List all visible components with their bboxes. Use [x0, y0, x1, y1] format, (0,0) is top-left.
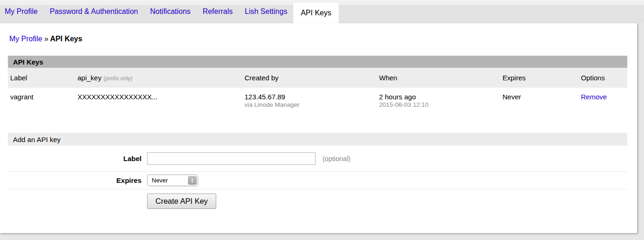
tab-api-keys[interactable]: API Keys — [293, 3, 339, 23]
tab-password-authentication[interactable]: Password & Authentication — [44, 0, 144, 23]
created-by-cell: 123.45.67.89 via Linode Manager — [242, 93, 377, 108]
column-header-when: When — [377, 74, 500, 82]
tab-notifications[interactable]: Notifications — [144, 0, 196, 23]
select-stepper-icon: ▲▼ — [188, 176, 197, 185]
add-api-key-form: Add an API key Label (optional) Expires … — [8, 133, 627, 213]
label-field-label: Label — [8, 155, 147, 162]
label-field-row: Label (optional) — [8, 146, 627, 172]
api-keys-table-header: Label api_key (prefix only) Created by W… — [8, 68, 627, 88]
content-panel: My Profile»API Keys API Keys Label api_k… — [0, 23, 637, 233]
key-prefix-cell: XXXXXXXXXXXXXXXX... — [75, 93, 242, 108]
created-via: via Linode Manager — [245, 101, 377, 108]
submit-row: Create API Key — [8, 189, 627, 213]
breadcrumb-separator: » — [42, 35, 50, 43]
breadcrumb-current: API Keys — [50, 35, 82, 43]
when-relative: 2 hours ago — [379, 93, 500, 101]
when-cell: 2 hours ago 2015-06-03 12:10 — [377, 93, 500, 108]
expires-field-label: Expires — [8, 176, 147, 184]
column-header-api-key-note: (prefix only) — [103, 75, 133, 82]
api-keys-table: API Keys Label api_key (prefix only) Cre… — [8, 56, 627, 117]
column-header-label: Label — [8, 74, 75, 82]
label-input[interactable] — [147, 152, 316, 165]
add-api-key-title: Add an API key — [8, 133, 627, 146]
profile-tab-bar: My Profile Password & Authentication Not… — [0, 0, 644, 23]
create-api-key-button[interactable]: Create API Key — [147, 194, 216, 209]
remove-key-link[interactable]: Remove — [581, 93, 607, 101]
label-optional-hint: (optional) — [322, 155, 350, 162]
column-header-options: Options — [579, 74, 627, 82]
breadcrumb-my-profile-link[interactable]: My Profile — [9, 35, 42, 43]
tab-lish-settings[interactable]: Lish Settings — [239, 0, 294, 23]
column-header-created-by: Created by — [242, 74, 377, 82]
breadcrumb: My Profile»API Keys — [0, 23, 637, 43]
expires-select[interactable]: Never ▲▼ — [147, 175, 198, 186]
created-by-ip: 123.45.67.89 — [245, 93, 377, 101]
column-header-expires: Expires — [500, 74, 579, 82]
table-row: vagrant XXXXXXXXXXXXXXXX... 123.45.67.89… — [8, 88, 627, 117]
expires-field-row: Expires Never ▲▼ — [8, 172, 627, 189]
column-header-api-key: api_key (prefix only) — [75, 74, 242, 82]
expires-selected-value: Never — [152, 177, 168, 184]
tab-referrals[interactable]: Referrals — [197, 0, 239, 23]
api-keys-table-title: API Keys — [8, 56, 627, 68]
key-label-cell: vagrant — [8, 93, 75, 108]
tab-my-profile[interactable]: My Profile — [5, 0, 44, 23]
when-absolute: 2015-06-03 12:10 — [379, 101, 500, 108]
expires-cell: Never — [500, 93, 579, 108]
